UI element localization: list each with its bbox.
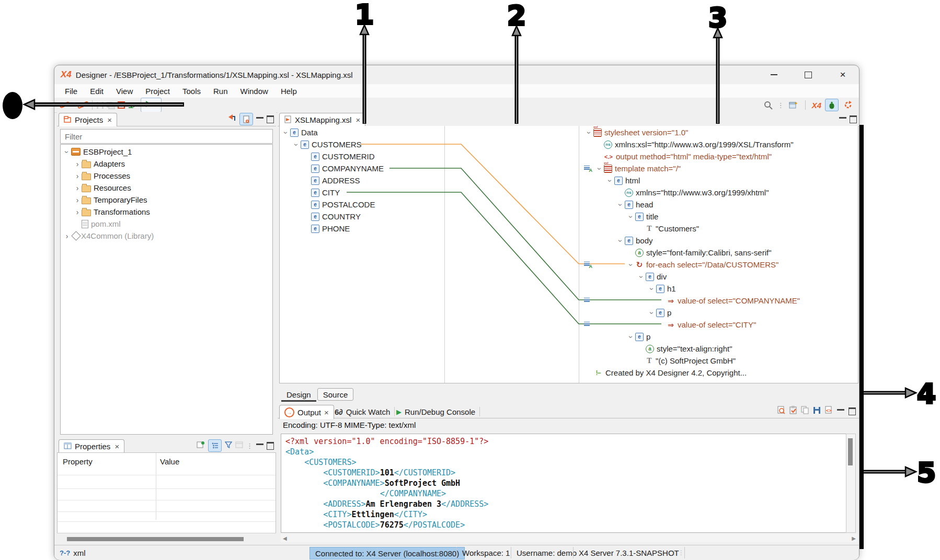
chevron-expanded-icon[interactable]: › — [585, 129, 593, 137]
source-node-customers[interactable]: ›eCUSTOMERS — [280, 138, 362, 150]
restore-panel-icon[interactable] — [850, 115, 857, 123]
chevron-collapsed-icon[interactable]: › — [73, 160, 82, 168]
xsl-node--c-[interactable]: T"(c) SoftProject GmbH" — [580, 355, 736, 367]
debug-bug-icon[interactable] — [825, 99, 839, 111]
column-value[interactable]: Value — [160, 457, 179, 466]
link-icon[interactable] — [60, 99, 70, 111]
close-icon[interactable]: × — [107, 115, 112, 124]
minimize-button[interactable] — [767, 69, 781, 80]
show-categories-icon[interactable] — [235, 441, 243, 450]
chevron-expanded-icon[interactable]: › — [648, 285, 656, 293]
tree-mode-icon[interactable] — [208, 439, 222, 452]
tree-item-adapters[interactable]: ›Adapters — [61, 158, 272, 170]
transform-icon[interactable] — [128, 99, 136, 111]
chevron-collapsed-icon[interactable]: › — [73, 172, 82, 180]
xsl-node-html[interactable]: ›ehtml — [580, 174, 640, 186]
source-node-phone[interactable]: ePHONE — [280, 223, 350, 235]
output-xml-view[interactable]: <?xml version="1.0" encoding="ISO-8859-1… — [281, 434, 854, 533]
find-in-output-icon[interactable] — [777, 406, 785, 416]
xsl-node-body[interactable]: ›ebody — [580, 235, 653, 247]
tree-item-resources[interactable]: ›Resources — [61, 182, 272, 194]
close-icon[interactable]: × — [114, 442, 119, 451]
tab-quick-watch[interactable]: 6∂ Quick Watch — [330, 405, 395, 418]
import-box-icon[interactable] — [117, 99, 125, 111]
x4-icon[interactable]: X4 — [812, 101, 821, 110]
import-arrow-icon[interactable] — [227, 114, 236, 124]
chevron-expanded-icon[interactable]: › — [282, 129, 290, 137]
menu-project[interactable]: Project — [139, 86, 176, 97]
menu-run[interactable]: Run — [207, 86, 234, 97]
tab-xslmapping[interactable]: XSLMapping.xsl × — [279, 113, 365, 126]
chevron-expanded-icon[interactable]: › — [292, 141, 301, 149]
tree-item-processes[interactable]: ›Processes — [61, 170, 272, 182]
tree-item-temporaryfiles[interactable]: ›TemporaryFiles — [61, 194, 272, 206]
tree-item-transformations[interactable]: ›Transformations — [61, 206, 272, 218]
source-node-data[interactable]: ›eData — [280, 126, 318, 138]
link-dropdown-icon[interactable] — [73, 104, 77, 107]
maximize-button[interactable] — [801, 69, 815, 80]
source-node-country[interactable]: eCOUNTRY — [280, 211, 361, 223]
save-icon[interactable] — [96, 99, 104, 111]
view-menu-icon[interactable]: ⋮ — [246, 442, 253, 450]
minimize-panel-icon[interactable] — [256, 444, 263, 445]
save-output-icon[interactable] — [813, 406, 821, 416]
source-node-address[interactable]: eADDRESS — [280, 174, 360, 186]
filter-icon[interactable] — [225, 441, 232, 450]
filter-input[interactable] — [60, 129, 273, 144]
chevron-expanded-icon[interactable]: › — [616, 201, 625, 209]
xsl-node-value-of[interactable]: ⇒value-of select="CITY" — [580, 319, 756, 331]
xsl-node-for-each[interactable]: A›↻for-each select="/Data/CUSTOMERS" — [580, 259, 778, 271]
xsl-node-xmlns-http-www-w3-org-1999-xhtml-[interactable]: nsxmlns="http://www.w3.org/1999/xhtml" — [580, 186, 769, 199]
xsl-node-template[interactable]: A›template match="/" — [580, 162, 681, 174]
xsl-node-div[interactable]: ›ediv — [580, 271, 667, 283]
tab-properties[interactable]: Properties × — [59, 439, 124, 453]
xsl-node-style-text-align-right-[interactable]: astyle="text-align:right" — [580, 343, 732, 355]
chevron-expanded-icon[interactable]: › — [616, 237, 625, 245]
restore-panel-icon[interactable] — [267, 442, 274, 450]
menu-window[interactable]: Window — [234, 86, 274, 97]
unlink-icon[interactable]: * — [78, 99, 88, 111]
run-play-icon[interactable] — [145, 100, 152, 110]
close-icon[interactable]: × — [324, 408, 329, 417]
source-node-postalcode[interactable]: ePOSTALCODE — [280, 199, 375, 211]
scroll-left-icon[interactable]: ◀ — [283, 535, 287, 541]
tree-item-pom-xml[interactable]: pom.xml — [61, 218, 272, 230]
refresh-icon[interactable] — [843, 99, 853, 111]
tab-source[interactable]: Source — [317, 388, 354, 401]
tab-run-debug-console[interactable]: ▶ Run/Debug Console — [392, 405, 480, 418]
output-horizontal-scrollbar[interactable]: ◀ ▶ — [281, 534, 858, 542]
new-window-icon[interactable]: ✦ — [789, 99, 798, 111]
chevron-expanded-icon[interactable]: › — [63, 148, 71, 156]
chevron-expanded-icon[interactable]: › — [627, 333, 635, 341]
properties-horizontal-scrollbar[interactable] — [57, 533, 276, 545]
source-node-companyname[interactable]: eCOMPANYNAME — [280, 162, 384, 174]
restore-panel-icon[interactable] — [849, 407, 856, 415]
menu-help[interactable]: Help — [274, 86, 303, 97]
xsl-node-stylesheet[interactable]: ›stylesheet version="1.0" — [580, 126, 688, 138]
minimize-panel-icon[interactable] — [256, 117, 263, 119]
tab-output[interactable]: → Output × — [279, 405, 334, 419]
chevron-collapsed-icon[interactable]: › — [73, 196, 82, 204]
xsl-node-value-of[interactable]: ⇒value-of select="COMPANYNAME" — [580, 295, 800, 307]
xsl-node-h1[interactable]: ›eh1 — [580, 283, 676, 295]
chevron-expanded-icon[interactable]: › — [648, 309, 656, 317]
open-as-xml-icon[interactable]: <> — [825, 406, 833, 416]
minimize-panel-icon[interactable] — [839, 117, 846, 119]
chevron-expanded-icon[interactable]: › — [627, 213, 635, 221]
link-with-editor-icon[interactable] — [239, 113, 253, 125]
xsl-node--Customers-[interactable]: T"Customers" — [580, 223, 699, 235]
source-node-city[interactable]: eCITY — [280, 186, 340, 199]
menu-edit[interactable]: Edit — [84, 86, 110, 97]
validate-icon[interactable] — [789, 406, 797, 416]
search-icon[interactable] — [764, 99, 773, 111]
xsl-node-p[interactable]: ›ep — [580, 331, 650, 343]
restore-panel-icon[interactable] — [267, 115, 274, 123]
source-node-customerid[interactable]: eCUSTOMERID — [280, 150, 375, 162]
menu-tools[interactable]: Tools — [176, 86, 207, 97]
copy-output-icon[interactable] — [801, 406, 809, 416]
chevron-collapsed-icon[interactable]: › — [73, 184, 82, 192]
chevron-expanded-icon[interactable]: › — [606, 177, 614, 185]
tab-design[interactable]: Design — [281, 389, 316, 402]
xsl-node-xmlns-xsl-http-www-w3-org-1999-XSL-Transform-[interactable]: nsxmlns:xsl="http://www.w3.org/1999/XSL/… — [580, 138, 793, 150]
run-dropdown-icon[interactable] — [153, 104, 157, 107]
